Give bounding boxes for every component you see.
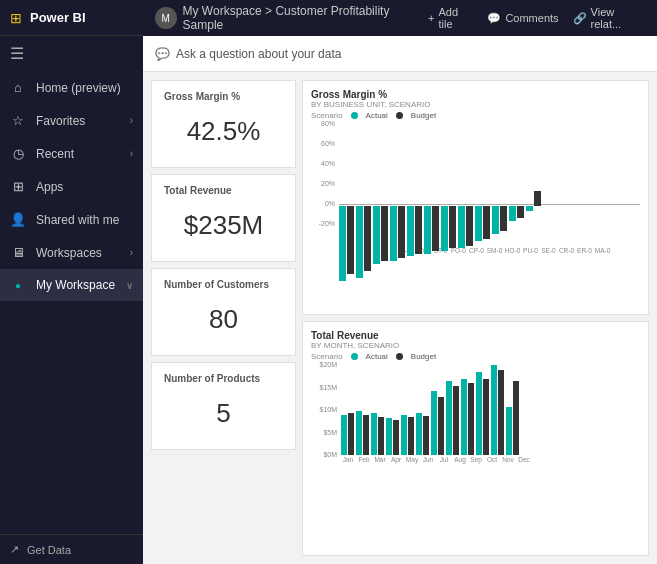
sidebar-item-apps[interactable]: ⊞ Apps	[0, 170, 143, 203]
action-bar: 💬 Ask a question about your data	[143, 36, 657, 72]
budget-legend-label: Budget	[411, 111, 436, 120]
sidebar-item-favorites[interactable]: ☆ Favorites ›	[0, 104, 143, 137]
workspaces-icon: 🖥	[10, 245, 26, 260]
gross-margin-title: Gross Margin %	[164, 91, 283, 102]
sidebar-item-shared[interactable]: 👤 Shared with me	[0, 203, 143, 236]
sidebar-item-label: Workspaces	[36, 246, 120, 260]
tr-budget-legend-dot	[396, 353, 403, 360]
tr-x-axis: JanFebMarAprMayJunJulAugSepOctNovDec	[311, 456, 640, 463]
add-tile-label: Add tile	[438, 6, 473, 30]
sidebar-item-label: Shared with me	[36, 213, 133, 227]
legend-scenario-label: Scenario	[311, 111, 343, 120]
total-revenue-tile: Total Revenue $235M	[151, 174, 296, 262]
comments-icon: 💬	[487, 12, 501, 25]
total-revenue-title: Total Revenue	[164, 185, 283, 196]
get-data-label: Get Data	[27, 544, 71, 556]
favorites-icon: ☆	[10, 113, 26, 128]
gm-chart-title: Gross Margin %	[311, 89, 640, 100]
sidebar-item-workspaces[interactable]: 🖥 Workspaces ›	[0, 236, 143, 269]
shared-icon: 👤	[10, 212, 26, 227]
get-data-icon: ↗	[10, 543, 19, 556]
total-revenue-chart: Total Revenue BY MONTH, SCENARIO Scenari…	[302, 321, 649, 556]
sidebar-header: ⊞ Power BI	[0, 0, 143, 36]
tr-actual-legend-dot	[351, 353, 358, 360]
gm-bar-chart-area: 80%60%40%20%0%-20%	[311, 124, 640, 244]
brand-label: Power BI	[30, 10, 86, 25]
ask-question-bar[interactable]: 💬 Ask a question about your data	[155, 47, 341, 61]
sidebar-item-label: My Workspace	[36, 278, 116, 292]
sidebar-item-label: Home (preview)	[36, 81, 133, 95]
actual-legend-label: Actual	[366, 111, 388, 120]
gross-margin-tile: Gross Margin % 42.5%	[151, 80, 296, 168]
sidebar-item-myworkspace[interactable]: ● My Workspace ∨	[0, 269, 143, 301]
chevron-right-icon: ›	[130, 148, 133, 159]
sidebar-item-recent[interactable]: ◷ Recent ›	[0, 137, 143, 170]
num-customers-value: 80	[164, 294, 283, 345]
gross-margin-value: 42.5%	[164, 106, 283, 157]
num-products-tile: Number of Products 5	[151, 362, 296, 450]
add-tile-button[interactable]: + Add tile	[428, 6, 473, 30]
sidebar: ⊞ Power BI ☰ ⌂ Home (preview) ☆ Favorite…	[0, 0, 143, 564]
chevron-right-icon: ›	[130, 247, 133, 258]
gross-margin-chart: Gross Margin % BY BUSINESS UNIT, SCENARI…	[302, 80, 649, 315]
home-icon: ⌂	[10, 80, 26, 95]
tr-chart-title: Total Revenue	[311, 330, 640, 341]
sidebar-item-label: Apps	[36, 180, 133, 194]
question-icon: 💬	[155, 47, 170, 61]
sidebar-nav: ⌂ Home (preview) ☆ Favorites › ◷ Recent …	[0, 71, 143, 534]
breadcrumb: My Workspace > Customer Profitability Sa…	[183, 4, 429, 32]
topbar: M My Workspace > Customer Profitability …	[143, 0, 657, 36]
tr-budget-legend-label: Budget	[411, 352, 436, 361]
get-data-button[interactable]: ↗ Get Data	[0, 534, 143, 564]
topbar-left: M My Workspace > Customer Profitability …	[155, 4, 428, 32]
myworkspace-icon: ●	[10, 280, 26, 291]
sidebar-item-label: Recent	[36, 147, 120, 161]
tr-legend-scenario-label: Scenario	[311, 352, 343, 361]
total-revenue-value: $235M	[164, 200, 283, 251]
actual-legend-dot	[351, 112, 358, 119]
breadcrumb-separator: >	[265, 4, 272, 18]
view-related-button[interactable]: 🔗 View relat...	[573, 6, 645, 30]
main-content: M My Workspace > Customer Profitability …	[143, 0, 657, 564]
sidebar-item-home[interactable]: ⌂ Home (preview)	[0, 71, 143, 104]
powerbi-logo-icon: ⊞	[10, 10, 22, 26]
tr-chart-area: $20M$15M$10M$5M$0M	[311, 365, 640, 455]
tr-chart-legend: Scenario Actual Budget	[311, 352, 640, 361]
add-icon: +	[428, 12, 434, 24]
recent-icon: ◷	[10, 146, 26, 161]
avatar: M	[155, 7, 177, 29]
comments-label: Comments	[505, 12, 558, 24]
topbar-right: + Add tile 💬 Comments 🔗 View relat...	[428, 6, 645, 30]
hamburger-button[interactable]: ☰	[0, 36, 143, 71]
budget-legend-dot	[396, 112, 403, 119]
gm-chart-legend: Scenario Actual Budget	[311, 111, 640, 120]
ask-question-label: Ask a question about your data	[176, 47, 341, 61]
num-products-title: Number of Products	[164, 373, 283, 384]
dashboard: Gross Margin % 42.5% Total Revenue $235M…	[143, 72, 657, 564]
comments-button[interactable]: 💬 Comments	[487, 12, 558, 25]
num-customers-title: Number of Customers	[164, 279, 283, 290]
chevron-down-icon: ∨	[126, 280, 133, 291]
chevron-right-icon: ›	[130, 115, 133, 126]
view-related-label: View relat...	[591, 6, 645, 30]
num-customers-tile: Number of Customers 80	[151, 268, 296, 356]
gm-chart-subtitle: BY BUSINESS UNIT, SCENARIO	[311, 100, 640, 109]
view-related-icon: 🔗	[573, 12, 587, 25]
num-products-value: 5	[164, 388, 283, 439]
workspace-label: My Workspace	[183, 4, 262, 18]
sidebar-item-label: Favorites	[36, 114, 120, 128]
tr-actual-legend-label: Actual	[366, 352, 388, 361]
apps-icon: ⊞	[10, 179, 26, 194]
tr-chart-subtitle: BY MONTH, SCENARIO	[311, 341, 640, 350]
